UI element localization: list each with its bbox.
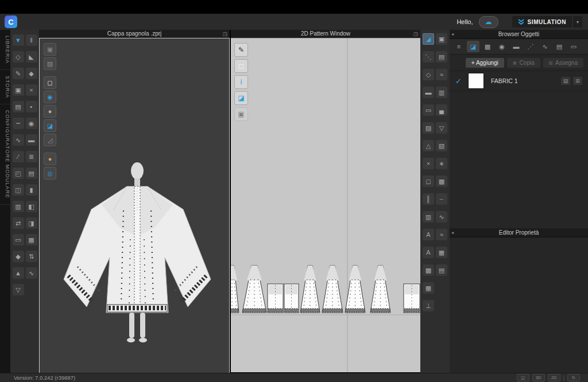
segment-sewing-2d-tool[interactable]: ▤	[436, 51, 447, 63]
elastic-tool[interactable]: ∿	[26, 267, 37, 279]
pause-animation-tool[interactable]: ‖	[26, 34, 37, 46]
walking-mannequin-tool[interactable]: ⊥	[423, 300, 434, 311]
piping-tool[interactable]: ◨	[26, 217, 37, 229]
show-seamline-toggle[interactable]: ✎	[234, 43, 248, 57]
select-move-tool[interactable]: ◇	[13, 51, 24, 63]
lock-pattern-toggle[interactable]: ▣	[234, 107, 248, 121]
show-arrangement-plane-toggle[interactable]: ◿	[44, 134, 56, 146]
show-garment-toggle[interactable]: ◻	[44, 76, 56, 89]
binding-tool[interactable]: ◧	[26, 201, 37, 212]
show-avatar-garment-toggle[interactable]: ◉	[44, 91, 56, 103]
assign-fabric-button[interactable]: ▦ Assegna	[543, 58, 583, 68]
shape-tool[interactable]: ◻	[423, 176, 434, 187]
seam-allowance-tool[interactable]: ║	[423, 193, 434, 205]
simulate-tool[interactable]: ▼	[13, 34, 24, 46]
shirring-tool[interactable]: ≈	[436, 229, 447, 240]
dart-tool[interactable]: △	[423, 140, 434, 151]
notch-tool[interactable]: ×	[423, 158, 434, 169]
popup-window-icon[interactable]: ◳	[222, 30, 227, 38]
pin-tool[interactable]: ∕	[13, 151, 24, 162]
tuck-up-tool[interactable]: ▲	[13, 267, 24, 279]
buttonhole-tool[interactable]: ▬	[26, 134, 37, 146]
trace-pattern-tool[interactable]: ▨	[423, 122, 434, 134]
style-line-tool[interactable]: ◆	[13, 251, 24, 262]
tab-topstitch[interactable]: ⋰	[524, 41, 537, 52]
refresh-button[interactable]: ↻	[567, 374, 580, 381]
text-tool[interactable]: A	[423, 229, 434, 240]
pattern-info-toggle[interactable]: i	[234, 75, 248, 89]
print-layout-tool[interactable]: ▦	[423, 282, 434, 294]
show-pattern-3d-toggle[interactable]: ◪	[44, 119, 56, 132]
create-pattern-tool[interactable]: ▬	[423, 87, 434, 98]
sewing-machine-2d-tool[interactable]: ▣	[436, 33, 447, 45]
grading-tool[interactable]: ⇄	[13, 217, 24, 229]
tab-stitch[interactable]: ∿	[539, 41, 551, 52]
tab-buttonhole[interactable]: ▬	[510, 41, 523, 52]
add-fabric-button[interactable]: + Aggiungi	[466, 58, 504, 68]
topstitch-tool[interactable]: ▤	[26, 167, 37, 179]
fold-arrangement-tool[interactable]: ◰	[13, 167, 24, 179]
pleats-tool[interactable]: ▩	[423, 264, 434, 276]
tab-button[interactable]: ◉	[496, 41, 508, 52]
tab-scene-list[interactable]: ≡	[452, 41, 465, 52]
edit-sewing-tool[interactable]: ✎	[13, 68, 24, 79]
texture-edit-tool[interactable]: ▧	[436, 140, 447, 151]
show-garment-2d-toggle[interactable]: ◻	[234, 59, 248, 73]
edit-curve-point-tool[interactable]: ⋱	[423, 51, 434, 63]
create-polygon-tool[interactable]: ▭	[423, 104, 434, 116]
fabric-roll-tool[interactable]: ▮	[26, 184, 37, 196]
tab-piece-pile[interactable]: ▤	[553, 41, 566, 52]
zipper-tool[interactable]: ≣	[26, 151, 37, 162]
clo-logo-icon[interactable]: C	[5, 15, 17, 28]
show-garment-mesh-toggle[interactable]: ▨	[44, 57, 56, 70]
detect-sewing-tool[interactable]: ▥	[436, 87, 447, 98]
shirt-arrange-tool[interactable]: ▽	[436, 122, 447, 134]
pinch-cloth-tool[interactable]: ◆	[26, 68, 37, 79]
collapse-panel-icon[interactable]: ◂	[451, 228, 454, 237]
segment-sewing-tool[interactable]: ┅	[13, 118, 24, 129]
simulation-button[interactable]: SIMULATION	[512, 16, 572, 28]
show-pattern-2d-toggle[interactable]: ◪	[234, 91, 248, 105]
tuck-down-tool[interactable]: ▽	[13, 284, 24, 295]
sewing-machine-tool[interactable]: ▤	[13, 101, 24, 112]
show-avatar-toggle[interactable]: ●	[44, 153, 56, 165]
simulation-dropdown-button[interactable]: ▾	[573, 16, 582, 28]
2d-pattern-canvas[interactable]: ✎◻i◪▣	[231, 38, 420, 372]
quilting-tool[interactable]: ▩	[436, 176, 447, 187]
tab-fabric[interactable]: ◪	[467, 41, 479, 52]
applique-tool[interactable]: ∗	[436, 158, 447, 169]
solidify-tool[interactable]: ▥	[13, 201, 24, 212]
free-sewing-2d-tool[interactable]: ≈	[436, 69, 447, 80]
split-view-button[interactable]: ◫	[517, 374, 529, 381]
2d-view-button[interactable]: 2D	[548, 374, 560, 381]
button-tool[interactable]: ◉	[26, 118, 37, 129]
text-style-tool[interactable]: A	[423, 247, 434, 258]
popup-window-icon[interactable]: ◳	[413, 30, 418, 38]
3d-view-button[interactable]: 3D	[532, 374, 545, 381]
free-sewing-tool[interactable]: ∿	[13, 134, 24, 146]
puckering-tool[interactable]: ▦	[26, 234, 37, 245]
fabric-photo-tool[interactable]: ▦	[436, 247, 447, 258]
symmetry-tool[interactable]: ◫	[13, 184, 24, 196]
tape-measure-2d-tool[interactable]: ▥	[423, 211, 434, 223]
copy-fabric-button[interactable]: ▣ Copia	[507, 58, 540, 68]
edit-polygon-tool[interactable]: ◇	[423, 69, 434, 80]
delete-fabric-icon[interactable]: ⊞	[573, 77, 582, 85]
show-garment-dark-toggle[interactable]: ▣	[44, 43, 56, 56]
fabric-swatch[interactable]	[468, 73, 484, 89]
elastic-2d-tool[interactable]: ∿	[436, 211, 447, 223]
drape-cloth-tool[interactable]: ◣	[26, 51, 37, 63]
measure-tape-tool[interactable]: ▭	[13, 234, 24, 245]
sew-garment-tool[interactable]: ▣	[13, 84, 24, 96]
basting-tool[interactable]: ┈	[436, 193, 447, 205]
sidebar-tab-configuratore-modulare[interactable]: CONFIGURATORE MODULARE	[0, 104, 10, 205]
collapse-panel-icon[interactable]: ◂	[451, 30, 454, 38]
fold-tool[interactable]: ⇅	[26, 251, 37, 262]
remove-pin-tool[interactable]: ×	[26, 84, 37, 96]
flower-trim-tool[interactable]: ▪	[26, 101, 37, 112]
transform-pattern-tool[interactable]: ◢	[423, 33, 434, 45]
3d-viewport[interactable]: ▣▨◻◉●◪◿●◍	[39, 38, 230, 373]
sidebar-tab-storia[interactable]: STORIA	[0, 70, 10, 104]
duplicate-fabric-icon[interactable]: ▤	[561, 77, 570, 85]
FABRIC 1[interactable]: ✓ FABRIC 1 ▤ ⊞	[450, 71, 588, 91]
